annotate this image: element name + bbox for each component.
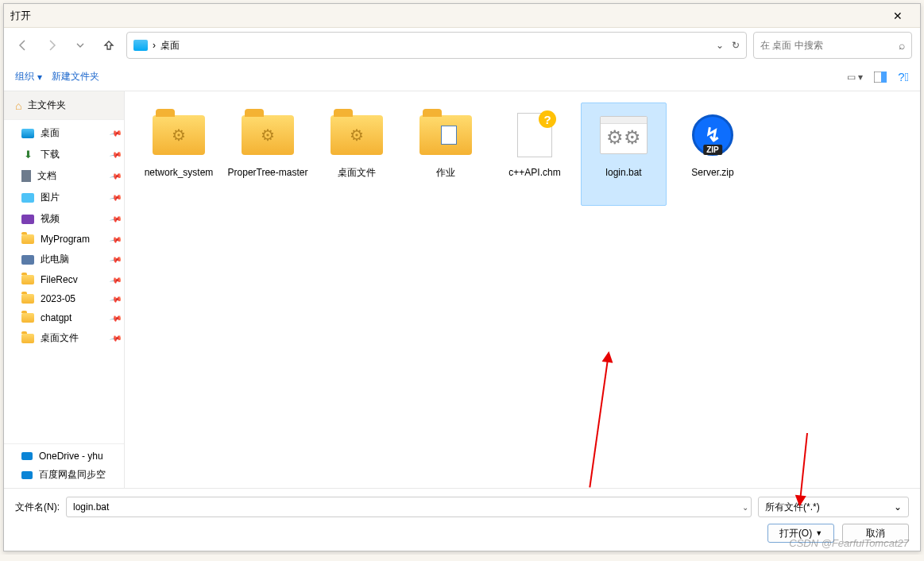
pin-icon: 📌: [110, 311, 122, 324]
file-item[interactable]: 作业: [403, 103, 489, 206]
sidebar-home[interactable]: ⌂ 主文件夹: [4, 91, 124, 120]
close-button[interactable]: ✕: [882, 10, 914, 22]
chevron-down-icon: ⌄: [894, 501, 902, 513]
file-item[interactable]: ⚙network_system: [136, 103, 222, 206]
filename-label: 文件名(N):: [15, 501, 60, 514]
search-box[interactable]: ⌕: [753, 32, 912, 59]
file-type-filter[interactable]: 所有文件(*.*) ⌄: [758, 497, 909, 517]
sidebar-item[interactable]: chatgpt📌: [21, 312, 116, 323]
sidebar-item-label: 百度网盘同步空: [39, 468, 106, 482]
file-name: c++API.chm: [508, 167, 560, 180]
address-bar[interactable]: › 桌面 ⌄ ↻: [126, 32, 747, 59]
titlebar: 打开 ✕: [4, 4, 920, 28]
preview-pane-button[interactable]: [874, 72, 887, 83]
sidebar-item[interactable]: MyProgram📌: [21, 234, 116, 245]
sidebar-item[interactable]: 视频📌: [21, 212, 116, 226]
breadcrumb-location: 桌面: [160, 39, 711, 52]
file-name: login.bat: [605, 167, 641, 180]
sidebar: ⌂ 主文件夹 桌面📌⬇下载📌文档📌图片📌视频📌MyProgram📌此电脑📌Fil…: [4, 91, 125, 488]
back-button[interactable]: [12, 34, 34, 56]
annotation-arrow: [799, 433, 808, 488]
annotation-arrow: [589, 354, 609, 488]
pin-icon: 📌: [110, 213, 122, 226]
chevron-down-icon: ▾: [37, 72, 42, 83]
window-title: 打开: [10, 9, 882, 23]
pin-icon: 📌: [110, 233, 122, 246]
search-icon: ⌕: [899, 39, 905, 52]
file-name: 作业: [436, 167, 455, 180]
file-icon: ⚙: [150, 110, 207, 161]
pin-icon: 📌: [110, 149, 122, 161]
sidebar-item[interactable]: 桌面📌: [21, 126, 116, 140]
sidebar-item[interactable]: ›百度网盘同步空: [9, 468, 119, 482]
pin-icon: 📌: [110, 170, 122, 183]
file-item[interactable]: ↯ZIPServer.zip: [670, 103, 756, 206]
sidebar-item-label: 桌面文件: [41, 331, 79, 345]
file-icon: [417, 110, 474, 161]
refresh-icon[interactable]: ↻: [732, 40, 740, 51]
sidebar-item-label: 2023-05: [41, 293, 75, 304]
footer: 文件名(N): ⌄ 所有文件(*.*) ⌄ 打开(O) ▼ 取消: [4, 488, 920, 551]
file-name: ProperTree-master: [228, 167, 308, 180]
filename-input[interactable]: [66, 497, 752, 517]
chevron-down-icon[interactable]: ⌄: [716, 40, 724, 51]
filename-dropdown-icon[interactable]: ⌄: [742, 503, 748, 512]
sidebar-item-label: 桌面: [41, 126, 60, 140]
sidebar-item-label: OneDrive - yhu: [39, 451, 103, 462]
sidebar-item-label: FileRecv: [41, 274, 78, 285]
sidebar-item-label: 文档: [37, 169, 56, 183]
svg-rect-1: [881, 72, 887, 83]
sidebar-item-label: 图片: [41, 191, 60, 204]
content-area: ⌂ 主文件夹 桌面📌⬇下载📌文档📌图片📌视频📌MyProgram📌此电脑📌Fil…: [4, 91, 920, 488]
sidebar-home-label: 主文件夹: [28, 99, 66, 112]
file-icon: ⚙: [239, 110, 296, 161]
pin-icon: 📌: [110, 332, 122, 345]
file-icon: ⚙: [328, 110, 385, 161]
pin-icon: 📌: [110, 292, 122, 305]
file-name: Server.zip: [691, 167, 733, 180]
sidebar-item[interactable]: 文档📌: [21, 169, 116, 183]
sidebar-item[interactable]: 桌面文件📌: [21, 331, 116, 345]
help-icon[interactable]: ?⃝: [898, 70, 909, 83]
file-name: network_system: [145, 167, 214, 180]
sidebar-item-label: MyProgram: [41, 234, 90, 245]
forward-button[interactable]: [41, 34, 63, 56]
file-icon: ⚙⚙: [595, 110, 652, 161]
pin-icon: 📌: [110, 253, 122, 266]
file-item[interactable]: ⚙桌面文件: [314, 103, 400, 206]
view-mode-button[interactable]: ▭ ▾: [847, 72, 863, 83]
toolbar: 组织 ▾ 新建文件夹 ▭ ▾ ?⃝: [4, 63, 920, 91]
sidebar-item[interactable]: ›OneDrive - yhu: [9, 451, 119, 462]
sidebar-item[interactable]: 图片📌: [21, 191, 116, 204]
sidebar-item-label: 视频: [41, 212, 60, 226]
file-icon: ?: [506, 110, 563, 161]
pin-icon: 📌: [110, 127, 122, 140]
sidebar-item-label: 下载: [41, 148, 60, 161]
search-input[interactable]: [760, 40, 899, 51]
sidebar-item[interactable]: ⬇下载📌: [21, 148, 116, 161]
sidebar-item[interactable]: 此电脑📌: [21, 253, 116, 266]
pin-icon: 📌: [110, 273, 122, 286]
location-icon: [133, 40, 148, 51]
watermark: CSDN @FearfulTomcat27: [789, 537, 909, 549]
file-item[interactable]: ?c++API.chm: [492, 103, 578, 206]
home-icon: ⌂: [15, 99, 21, 112]
breadcrumb-sep: ›: [153, 40, 156, 51]
up-button[interactable]: [98, 34, 120, 56]
file-list[interactable]: ⚙network_system⚙ProperTree-master⚙桌面文件作业…: [125, 91, 920, 488]
navbar: › 桌面 ⌄ ↻ ⌕: [4, 28, 920, 63]
file-name: 桌面文件: [338, 167, 376, 180]
new-folder-button[interactable]: 新建文件夹: [52, 70, 99, 83]
sidebar-item-label: 此电脑: [41, 253, 69, 266]
file-dialog: 打开 ✕ › 桌面 ⌄ ↻ ⌕ 组织 ▾ 新建文: [3, 3, 921, 551]
sidebar-item[interactable]: FileRecv📌: [21, 274, 116, 285]
pin-icon: 📌: [110, 192, 122, 204]
file-item[interactable]: ⚙ProperTree-master: [225, 103, 311, 206]
file-icon: ↯ZIP: [684, 110, 741, 161]
sidebar-item-label: chatgpt: [41, 312, 72, 323]
recent-button[interactable]: [69, 34, 91, 56]
file-item[interactable]: ⚙⚙login.bat: [581, 103, 667, 206]
filter-label: 所有文件(*.*): [765, 501, 820, 514]
organize-menu[interactable]: 组织 ▾: [15, 70, 42, 83]
sidebar-item[interactable]: 2023-05📌: [21, 293, 116, 304]
